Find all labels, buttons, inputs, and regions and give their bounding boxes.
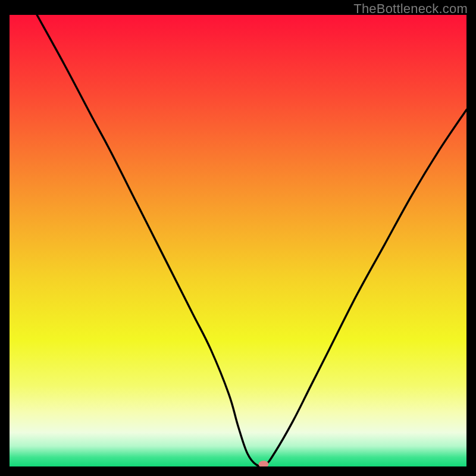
plot-area	[10, 15, 466, 466]
bottleneck-chart	[10, 15, 466, 466]
watermark-label: TheBottleneck.com	[353, 1, 468, 17]
chart-background	[10, 15, 466, 466]
chart-frame: TheBottleneck.com	[0, 0, 476, 476]
